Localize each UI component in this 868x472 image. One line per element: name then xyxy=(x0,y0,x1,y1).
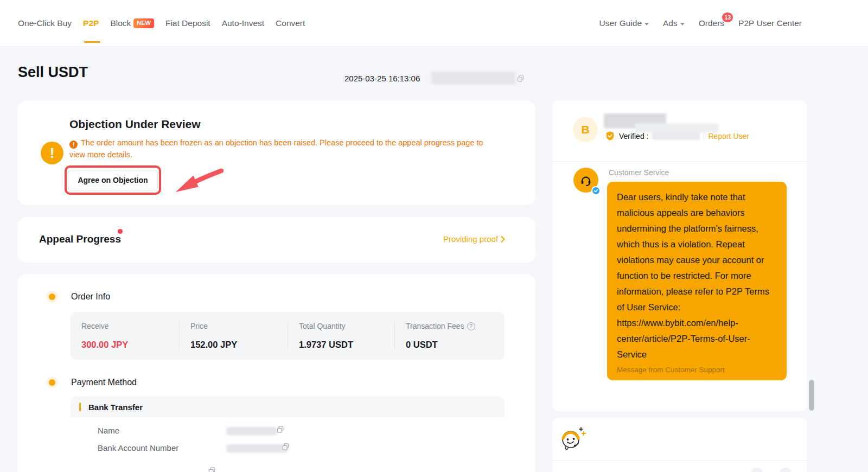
verified-row: Verified : Report User xyxy=(605,131,749,141)
payment-method-panel: Bank Transfer Name Bank Account Number xyxy=(71,397,505,472)
section-bullet-icon xyxy=(49,379,55,386)
customer-service-message-bubble: Dear users, kindly take note that malici… xyxy=(607,182,787,380)
emoji-button[interactable] xyxy=(750,468,763,472)
agree-on-objection-button[interactable]: Agree on Objection xyxy=(68,170,157,190)
copy-extra-icon[interactable] xyxy=(207,466,216,472)
orders-count-badge: 13 xyxy=(722,12,733,22)
nav-block[interactable]: Block NEW xyxy=(110,18,154,28)
verified-value-redacted xyxy=(652,132,700,140)
name-label: Name xyxy=(98,426,119,435)
transaction-fees-label: Transaction Fees xyxy=(406,322,464,330)
order-info-quantity: Total Quantity 1.9737 USDT xyxy=(288,322,394,350)
verified-label: Verified : xyxy=(619,132,648,141)
alert-exclamation-icon: ! xyxy=(69,141,78,149)
appeal-progress-card: Appeal Progress Providing proof xyxy=(18,217,535,263)
notification-dot xyxy=(118,229,123,234)
providing-proof-link[interactable]: Providing proof xyxy=(443,234,506,244)
order-details-card: Order Info Receive 300.00 JPY Price 152.… xyxy=(18,274,535,472)
appeal-progress-title: Appeal Progress xyxy=(39,233,121,245)
warning-exclamation-icon: ! xyxy=(41,142,63,164)
message-text: Dear users, kindly take note that malici… xyxy=(617,189,777,362)
nav-one-click-buy[interactable]: One-Click Buy xyxy=(18,18,72,28)
verified-shield-icon xyxy=(605,131,615,141)
emoji-button[interactable] xyxy=(779,468,792,472)
objection-review-card: ! Objection Under Review !The order amou… xyxy=(18,100,535,205)
message-footer: Message from Customer Support xyxy=(617,366,777,374)
price-label: Price xyxy=(190,322,288,330)
red-highlight-annotation: Agree on Objection xyxy=(65,165,161,195)
name-value-redacted xyxy=(226,427,277,435)
providing-proof-label: Providing proof xyxy=(443,234,498,244)
order-info-receive: Receive 300.00 JPY xyxy=(71,322,179,350)
page-title: Sell USDT xyxy=(18,64,88,81)
chevron-down-icon xyxy=(680,23,685,25)
nav-p2p[interactable]: P2P xyxy=(83,18,99,28)
headset-icon xyxy=(579,173,593,187)
order-timestamp: 2025-03-25 16:13:06 xyxy=(344,74,420,83)
orange-accent-bar xyxy=(79,403,81,411)
payment-method-title: Payment Method xyxy=(71,378,137,387)
price-value: 152.00 JPY xyxy=(190,340,288,350)
bank-transfer-label: Bank Transfer xyxy=(88,403,143,412)
chevron-down-icon xyxy=(644,23,649,25)
red-arrow-annotation xyxy=(171,168,224,193)
bank-account-number-label: Bank Account Number xyxy=(98,443,178,452)
objection-title: Objection Under Review xyxy=(69,118,201,131)
chat-card: B Verified : Report User Customer Servic… xyxy=(552,100,807,411)
report-user-link[interactable]: Report User xyxy=(708,132,749,141)
nav-orders[interactable]: Orders 13 xyxy=(699,18,724,28)
counterparty-avatar[interactable]: B xyxy=(573,117,598,142)
divider xyxy=(552,460,807,461)
nav-ads[interactable]: Ads xyxy=(663,18,685,28)
new-badge: NEW xyxy=(133,18,154,28)
nav-orders-label: Orders xyxy=(699,18,724,28)
order-info-title: Order Info xyxy=(71,292,110,302)
divider xyxy=(552,161,807,162)
payment-method-header: Bank Transfer xyxy=(71,397,505,417)
nav-user-guide[interactable]: User Guide xyxy=(599,18,649,28)
nav-user-guide-label: User Guide xyxy=(599,18,642,28)
bank-account-redacted xyxy=(226,444,288,452)
objection-alert-text: The order amount has been frozen as an o… xyxy=(69,138,483,159)
order-number-redacted xyxy=(431,72,515,84)
copy-order-number-icon[interactable] xyxy=(516,74,525,85)
transaction-fees-value: 0 USDT xyxy=(406,340,505,350)
divider xyxy=(704,132,704,140)
order-info-box: Receive 300.00 JPY Price 152.00 JPY Tota… xyxy=(71,312,505,360)
nav-fiat-deposit[interactable]: Fiat Deposit xyxy=(165,18,210,28)
top-navigation-bar: One-Click Buy P2P Block NEW Fiat Deposit… xyxy=(0,0,868,47)
nav-right: User Guide Ads Orders 13 P2P User Center xyxy=(599,0,802,47)
total-quantity-label: Total Quantity xyxy=(299,322,394,330)
nav-block-label: Block xyxy=(110,18,131,28)
nav-convert[interactable]: Convert xyxy=(276,18,305,28)
nav-ads-label: Ads xyxy=(663,18,678,28)
customer-service-name: Customer Service xyxy=(609,168,669,177)
objection-alert: !The order amount has been frozen as an … xyxy=(69,137,501,161)
order-info-price: Price 152.00 JPY xyxy=(179,322,288,350)
verified-check-badge-icon xyxy=(591,186,601,195)
receive-label: Receive xyxy=(81,322,179,330)
help-question-icon[interactable]: ? xyxy=(467,322,475,330)
nav-left: One-Click Buy P2P Block NEW Fiat Deposit… xyxy=(18,0,305,47)
total-quantity-value: 1.9737 USDT xyxy=(299,340,394,350)
section-bullet-icon xyxy=(49,294,55,300)
nav-p2p-user-center[interactable]: P2P User Center xyxy=(738,18,802,28)
chat-input-band xyxy=(552,418,807,472)
support-mascot-icon[interactable] xyxy=(559,425,586,452)
nav-auto-invest[interactable]: Auto-Invest xyxy=(222,18,264,28)
chat-scrollbar[interactable] xyxy=(809,380,814,411)
copy-account-icon[interactable] xyxy=(281,442,290,454)
copy-name-icon[interactable] xyxy=(276,425,285,436)
chevron-right-icon xyxy=(500,235,506,243)
order-info-fees: Transaction Fees ? 0 USDT xyxy=(394,322,505,350)
receive-value: 300.00 JPY xyxy=(81,340,179,350)
